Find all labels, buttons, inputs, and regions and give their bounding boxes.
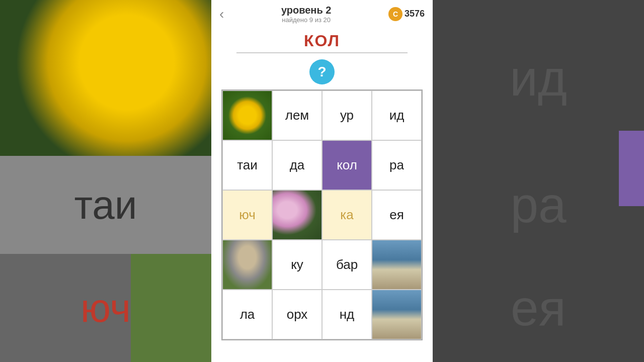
cell-3[interactable]: ид [372, 90, 422, 140]
right-top-text: ид [510, 49, 567, 107]
cell-1[interactable]: лем [272, 90, 322, 140]
cell-0[interactable] [222, 90, 272, 140]
cell-17[interactable]: орх [272, 290, 322, 339]
cell-4[interactable]: таи [222, 140, 272, 190]
cell-19[interactable] [372, 290, 422, 339]
cell-10-yellow[interactable]: ка [322, 190, 372, 240]
cell-6-purple[interactable]: кол [322, 140, 372, 190]
cell-2[interactable]: ур [322, 90, 372, 140]
level-title: уровень 2 [281, 5, 332, 16]
left-panel-bot: юч [0, 254, 211, 362]
coin-value: 3576 [405, 9, 425, 19]
help-button[interactable]: ? [309, 59, 335, 84]
cell-7[interactable]: ра [372, 140, 422, 190]
cell-8-yellow[interactable]: юч [222, 190, 272, 240]
right-top: ид [433, 0, 644, 156]
cell-14[interactable]: бар [322, 240, 372, 290]
header-center: уровень 2 найдено 9 из 20 [281, 5, 332, 24]
cell-16[interactable]: ла [222, 290, 272, 339]
cell-13[interactable]: ку [272, 240, 322, 290]
right-bot-text: ея [511, 279, 566, 337]
header: ‹ уровень 2 найдено 9 из 20 C 3576 [211, 0, 433, 28]
left-mid-text: таи [74, 182, 137, 228]
cell-18[interactable]: нд [322, 290, 372, 339]
back-button[interactable]: ‹ [219, 6, 224, 22]
cell-9[interactable] [272, 190, 322, 240]
right-panel: ид ра ея [433, 0, 644, 362]
coins-area: C 3576 [388, 7, 425, 21]
lemur-background [131, 254, 211, 362]
center-panel: ‹ уровень 2 найдено 9 из 20 C 3576 КОЛ ?… [211, 0, 433, 362]
word-area: КОЛ [211, 28, 433, 59]
statue-image [372, 240, 421, 289]
lemur-image [223, 240, 272, 289]
word-underline [236, 52, 408, 53]
right-bot: ея [433, 254, 644, 362]
right-mid: ра [433, 156, 644, 254]
left-panel: таи юч [0, 0, 211, 362]
coin-icon: C [388, 7, 403, 21]
orchid-image [273, 191, 321, 239]
current-word: КОЛ [226, 32, 418, 50]
cell-15[interactable] [372, 240, 422, 290]
right-purple-accent [619, 131, 644, 206]
dandelion-image [223, 91, 272, 140]
right-mid-text: ра [510, 176, 566, 234]
game-grid: лем ур ид таи да кол ра юч ка ея ку бар … [221, 89, 423, 340]
left-bot-text: юч [80, 285, 131, 331]
cell-5[interactable]: да [272, 140, 322, 190]
left-panel-mid: таи [0, 156, 211, 254]
cell-12[interactable] [222, 240, 272, 290]
statue2-image [372, 290, 421, 339]
left-panel-top-image [0, 0, 211, 156]
found-text: найдено 9 из 20 [281, 16, 332, 24]
cell-11[interactable]: ея [372, 190, 422, 240]
dandelion-background [0, 0, 211, 156]
